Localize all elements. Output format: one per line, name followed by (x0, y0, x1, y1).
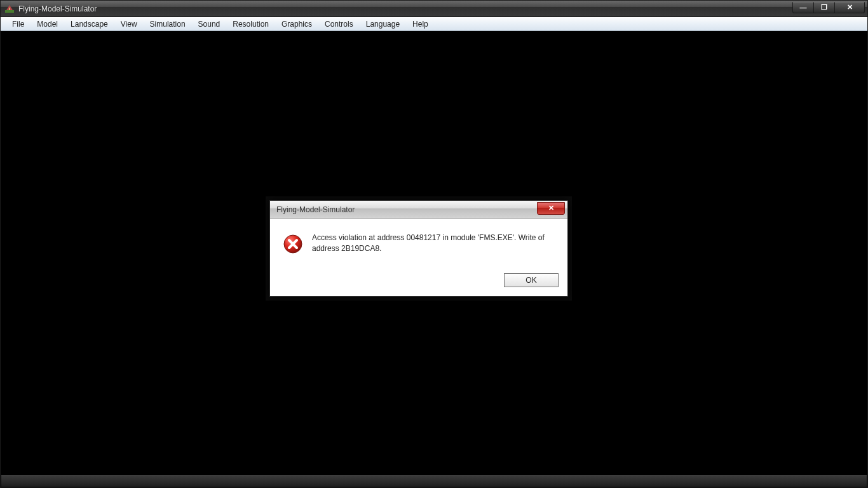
menu-help[interactable]: Help (406, 18, 435, 30)
maximize-button[interactable]: ❐ (813, 2, 835, 13)
menu-resolution[interactable]: Resolution (226, 18, 275, 30)
dialog-titlebar[interactable]: Flying-Model-Simulator ✕ (270, 201, 567, 219)
svg-rect-0 (5, 10, 14, 13)
titlebar[interactable]: Flying-Model-Simulator — ❐ ✕ (1, 1, 867, 17)
dialog-close-button[interactable]: ✕ (537, 202, 565, 215)
dialog-button-row: OK (270, 268, 567, 296)
menu-view[interactable]: View (114, 18, 144, 30)
menu-file[interactable]: File (6, 18, 31, 30)
minimize-icon: — (800, 4, 807, 11)
menu-simulation[interactable]: Simulation (144, 18, 192, 30)
close-icon: ✕ (548, 204, 554, 212)
menubar: File Model Landscape View Simulation Sou… (1, 17, 867, 31)
close-icon: ✕ (847, 3, 853, 11)
menu-language[interactable]: Language (360, 18, 406, 30)
error-icon (283, 234, 303, 254)
dialog-body: Access violation at address 00481217 in … (270, 219, 567, 268)
error-dialog: Flying-Model-Simulator ✕ (269, 200, 568, 297)
ok-button-label: OK (526, 276, 536, 285)
menu-controls[interactable]: Controls (318, 18, 360, 30)
app-window: Flying-Model-Simulator — ❐ ✕ File Model … (0, 0, 868, 488)
menu-graphics[interactable]: Graphics (275, 18, 318, 30)
app-icon (4, 4, 15, 14)
ok-button[interactable]: OK (504, 273, 559, 287)
menu-landscape[interactable]: Landscape (64, 18, 114, 30)
dialog-title: Flying-Model-Simulator (276, 205, 355, 214)
statusbar (1, 475, 867, 487)
minimize-button[interactable]: — (792, 2, 814, 13)
close-button[interactable]: ✕ (834, 2, 865, 13)
menu-sound[interactable]: Sound (192, 18, 227, 30)
maximize-icon: ❐ (821, 3, 827, 11)
app-title: Flying-Model-Simulator (18, 4, 97, 13)
menu-model[interactable]: Model (31, 18, 64, 30)
svg-rect-2 (9, 8, 10, 10)
dialog-message: Access violation at address 00481217 in … (312, 233, 555, 255)
window-controls: — ❐ ✕ (793, 2, 865, 13)
